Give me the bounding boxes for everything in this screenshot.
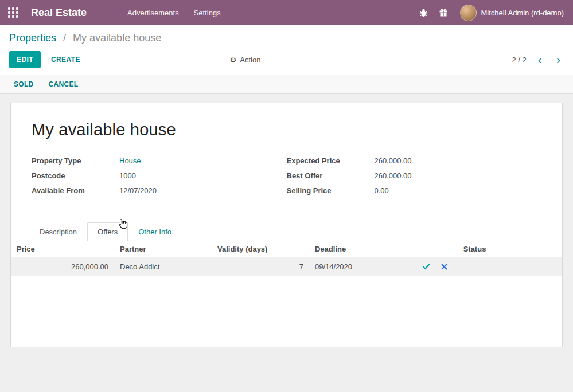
available-from-value: 12/07/2020 [119,186,157,195]
field-label: Property Type [32,156,119,165]
field-available-from: Available From 12/07/2020 [32,186,287,195]
field-label: Available From [32,186,119,195]
app-title[interactable]: Real Estate [31,7,87,19]
breadcrumb-separator: / [63,32,66,44]
field-label: Postcode [32,171,119,180]
expected-price-value: 260,000.00 [375,156,412,165]
field-postcode: Postcode 1000 [32,171,287,180]
screen: Real Estate Advertisements Settings Mitc… [0,0,573,392]
column-status: Status [458,241,562,257]
record-title: My available house [11,103,562,139]
best-offer-value: 260,000.00 [375,171,412,180]
field-expected-price: Expected Price 260,000.00 [287,156,542,165]
gear-icon: ⚙ [230,56,237,64]
gift-icon[interactable] [434,5,453,21]
create-button[interactable]: CREATE [51,56,80,64]
statusbar: SOLD CANCEL [0,75,573,94]
tab-offers[interactable]: Offers [87,222,128,241]
breadcrumb-current: My available house [73,32,161,44]
top-navbar: Real Estate Advertisements Settings Mitc… [0,0,573,25]
offer-price: 260,000.00 [11,257,114,276]
menu-advertisements[interactable]: Advertisements [120,1,186,25]
offers-header-row: Price Partner Validity (days) Deadline S… [11,241,562,257]
form-sheet: My available house Property Type House P… [10,103,563,347]
refuse-offer-icon[interactable] [436,262,452,272]
column-validity: Validity (days) [212,241,309,257]
form-view: My available house Property Type House P… [0,94,573,392]
sold-button[interactable]: SOLD [14,80,34,88]
field-group-right: Expected Price 260,000.00 Best Offer 260… [287,156,542,201]
notebook-tabs: Description Offers Other Info [11,222,562,241]
breadcrumb-properties-link[interactable]: Properties [9,32,56,44]
field-best-offer: Best Offer 260,000.00 [287,171,542,180]
tab-description[interactable]: Description [29,222,87,241]
pager-value[interactable]: 2 / 2 [512,56,526,64]
selling-price-value: 0.00 [375,186,389,195]
column-deadline: Deadline [309,241,412,257]
field-groups: Property Type House Postcode 1000 Availa… [11,156,562,201]
offer-partner: Deco Addict [114,257,212,276]
offer-validity: 7 [212,257,309,276]
column-actions [412,241,458,257]
field-label: Selling Price [287,186,375,195]
property-type-link[interactable]: House [119,156,141,165]
pager-previous-icon[interactable]: ‹ [535,56,545,64]
field-label: Expected Price [287,156,375,165]
tab-other-info[interactable]: Other Info [128,222,182,241]
action-menu-button[interactable]: ⚙ Action [230,56,261,64]
pager-next-icon[interactable]: › [553,56,564,64]
edit-button[interactable]: EDIT [9,51,41,68]
offers-table: Price Partner Validity (days) Deadline S… [11,241,562,276]
field-label: Best Offer [287,171,375,180]
user-avatar[interactable] [460,5,477,21]
bug-icon[interactable] [414,5,434,21]
cancel-button[interactable]: CANCEL [49,80,79,88]
breadcrumb: Properties / My available house [0,25,573,46]
postcode-value: 1000 [119,171,136,180]
offer-deadline: 09/14/2020 [309,257,412,276]
navbar-menu: Advertisements Settings [120,1,228,25]
field-property-type: Property Type House [32,156,287,165]
accept-offer-icon[interactable] [418,261,434,272]
control-panel: EDIT CREATE ⚙ Action 2 / 2 ‹ › [0,46,573,75]
offer-status [458,257,562,276]
field-group-left: Property Type House Postcode 1000 Availa… [32,156,287,201]
offer-row[interactable]: 260,000.00 Deco Addict 7 09/14/2020 [11,257,562,276]
menu-settings[interactable]: Settings [186,1,228,25]
offer-actions [412,257,458,276]
apps-menu-icon[interactable] [8,7,18,18]
field-selling-price: Selling Price 0.00 [287,186,542,195]
column-price: Price [11,241,114,257]
action-menu-label: Action [240,56,260,64]
user-menu[interactable]: Mitchell Admin (rd-demo) [481,9,564,17]
column-partner: Partner [114,241,212,257]
